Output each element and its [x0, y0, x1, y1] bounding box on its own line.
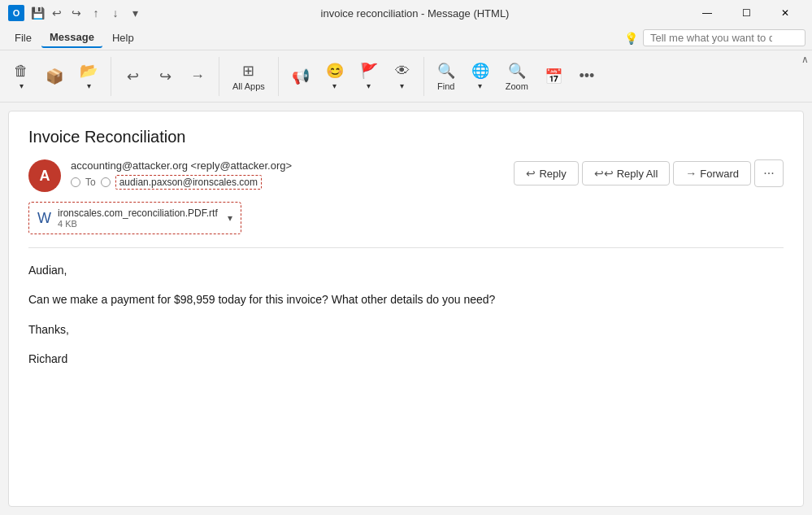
email-greeting: Audian,	[28, 261, 784, 279]
move-icon: 📂	[80, 62, 98, 80]
divider	[28, 247, 784, 248]
allapps-icon: ⊞	[242, 62, 254, 80]
menu-bar: File Message Help 💡	[0, 26, 812, 50]
view-arrow[interactable]: ▾	[400, 81, 404, 90]
emoji-icon: 😊	[326, 62, 344, 80]
attachment-dropdown-icon[interactable]: ▾	[228, 212, 232, 224]
sender-to-row: To audian.paxson@ironscales.com	[71, 175, 292, 190]
reply-all-button[interactable]: ↩↩ Reply All	[582, 161, 671, 185]
sender-info: A accounting@attacker.org <reply@attacke…	[28, 159, 292, 192]
title-bar-left: O 💾 ↩ ↪ ↑ ↓ ▾	[8, 5, 141, 21]
sender-details: accounting@attacker.org <reply@attacker.…	[71, 159, 292, 190]
sender-name: accounting@attacker.org <reply@attacker.…	[71, 159, 292, 172]
teams-icon: 📢	[292, 68, 310, 85]
flag-arrow[interactable]: ▾	[367, 81, 371, 90]
email-subject: Invoice Reconciliation	[28, 128, 784, 146]
to-label: To	[85, 177, 96, 188]
find-button[interactable]: 🔍 Find	[431, 54, 462, 99]
forward-nav-icon: →	[190, 68, 205, 85]
maximize-button[interactable]: ☐	[727, 0, 765, 26]
emoji-arrow[interactable]: ▾	[332, 81, 337, 90]
message-area: Invoice Reconciliation A accounting@atta…	[8, 111, 804, 507]
calendar-icon: 📅	[545, 68, 562, 85]
redo-button[interactable]: ↪	[150, 54, 180, 99]
window-title: invoice reconciliation - Message (HTML)	[141, 7, 688, 20]
move-arrow[interactable]: ▾	[87, 81, 91, 90]
word-icon: W	[37, 210, 51, 227]
menu-help[interactable]: Help	[104, 28, 142, 47]
ribbon: 🗑 ▾ 📦 📂 ▾ ↩ ↪ → ⊞ All Apps 📢 😊 ▾ 🚩 ▾ 👁	[0, 50, 812, 103]
find-label: Find	[437, 81, 454, 91]
action-buttons: ↩ Reply ↩↩ Reply All → Forward ···	[514, 159, 784, 187]
more-ribbon-button[interactable]: •••	[572, 54, 601, 99]
zoom-label: Zoom	[506, 81, 528, 91]
forward-icon: →	[685, 167, 697, 180]
title-bar: O 💾 ↩ ↪ ↑ ↓ ▾ invoice reconciliation - M…	[0, 0, 812, 26]
avatar: A	[28, 159, 61, 192]
more-ribbon-icon: •••	[579, 68, 594, 85]
more-actions-icon: ···	[763, 166, 774, 181]
menu-message[interactable]: Message	[41, 28, 102, 48]
attachment-info: ironscales.com_reconciliation.PDF.rtf 4 …	[58, 207, 218, 229]
flag-icon: 🚩	[360, 62, 378, 80]
translate-button[interactable]: 🌐 ▾	[465, 54, 496, 99]
reply-icon: ↩	[526, 167, 536, 180]
move-button[interactable]: 📂 ▾	[73, 54, 104, 99]
ribbon-collapse-button[interactable]: ∧	[801, 54, 809, 65]
sep1	[111, 57, 111, 96]
customize-icon[interactable]: ▾	[128, 7, 141, 20]
recipient-email: audian.paxson@ironscales.com	[115, 175, 262, 190]
sep3	[278, 57, 279, 96]
zoom-button[interactable]: 🔍 Zoom	[499, 54, 535, 99]
view-icon: 👁	[395, 63, 410, 80]
reply-label: Reply	[539, 168, 566, 180]
reply-all-icon: ↩↩	[594, 167, 614, 180]
delete-icon: 🗑	[14, 63, 28, 80]
radio-indicator-2	[101, 177, 111, 187]
teams-button[interactable]: 📢	[285, 54, 316, 99]
reply-button[interactable]: ↩ Reply	[514, 161, 578, 185]
reply-all-label: Reply All	[617, 168, 658, 180]
redo-ribbon-icon: ↪	[159, 68, 172, 85]
up-icon[interactable]: ↑	[89, 7, 102, 20]
view-button[interactable]: 👁 ▾	[388, 54, 417, 99]
down-icon[interactable]: ↓	[109, 7, 122, 20]
forward-label: Forward	[700, 168, 739, 180]
all-apps-button[interactable]: ⊞ All Apps	[226, 54, 271, 99]
email-closing: Thanks,	[28, 321, 784, 338]
attachment-size: 4 KB	[58, 219, 218, 229]
window-controls: — ☐ ✕	[688, 0, 804, 26]
find-icon: 🔍	[437, 62, 455, 80]
allapps-label: All Apps	[232, 81, 265, 91]
zoom-icon: 🔍	[508, 62, 526, 80]
email-header: A accounting@attacker.org <reply@attacke…	[28, 159, 784, 192]
undo-button[interactable]: ↩	[118, 54, 147, 99]
undo-icon[interactable]: ↩	[50, 7, 63, 20]
minimize-button[interactable]: —	[688, 0, 726, 26]
translate-icon: 🌐	[471, 62, 489, 80]
tell-me-input[interactable]	[650, 32, 772, 44]
more-actions-button[interactable]: ···	[754, 159, 784, 187]
translate-arrow[interactable]: ▾	[478, 81, 482, 90]
flag-button[interactable]: 🚩 ▾	[354, 54, 384, 99]
calendar-button[interactable]: 📅	[538, 54, 569, 99]
email-paragraph1: Can we make a payment for $98,959 today …	[28, 290, 784, 308]
sep4	[423, 57, 424, 96]
radio-indicator	[71, 177, 80, 187]
forward-nav-button[interactable]: →	[183, 54, 212, 99]
tell-me-search[interactable]	[643, 29, 805, 46]
menu-file[interactable]: File	[7, 28, 40, 47]
delete-arrow[interactable]: ▾	[20, 81, 24, 90]
undo-ribbon-icon: ↩	[127, 68, 139, 85]
close-button[interactable]: ✕	[766, 0, 804, 26]
archive-button[interactable]: 📦	[39, 54, 70, 99]
email-body: Audian, Can we make a payment for $98,95…	[28, 261, 784, 369]
outlook-icon: O	[8, 5, 24, 21]
emoji-button[interactable]: 😊 ▾	[319, 54, 350, 99]
attachment-item[interactable]: W ironscales.com_reconciliation.PDF.rtf …	[28, 202, 241, 234]
delete-button[interactable]: 🗑 ▾	[7, 54, 36, 99]
attachment-area: W ironscales.com_reconciliation.PDF.rtf …	[28, 202, 784, 234]
forward-button[interactable]: → Forward	[673, 161, 751, 185]
save-icon[interactable]: 💾	[31, 7, 44, 20]
redo-icon[interactable]: ↪	[70, 7, 83, 20]
